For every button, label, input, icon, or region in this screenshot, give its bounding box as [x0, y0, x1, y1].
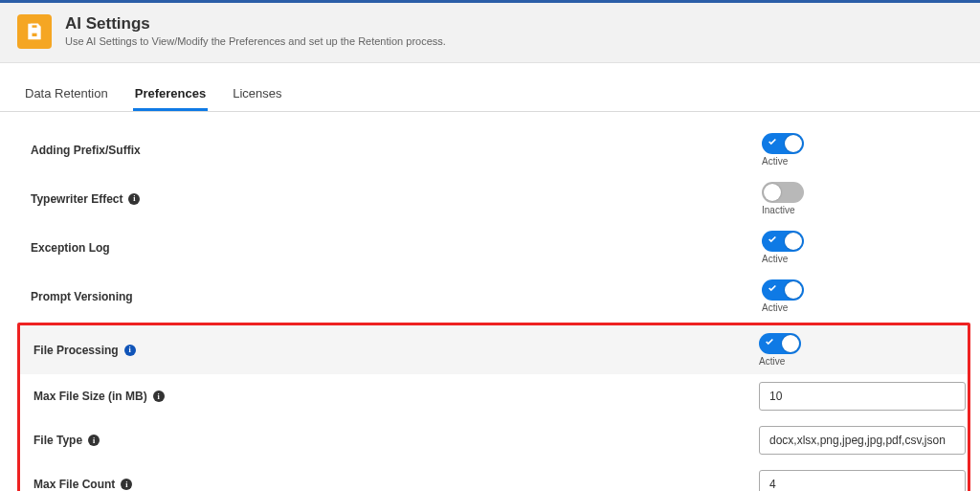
pref-label: Typewriter Effect	[31, 192, 122, 206]
pref-label: Max File Count	[33, 478, 115, 491]
toggle-state: Inactive	[762, 205, 794, 215]
file-processing-highlight: File Processing i Active Max File Size (…	[17, 323, 970, 491]
pref-label: Max File Size (in MB)	[33, 390, 147, 403]
toggle-state: Active	[762, 156, 788, 167]
page-title: AI Settings	[65, 14, 446, 33]
pref-label: Exception Log	[31, 241, 110, 255]
toggle-file-processing[interactable]	[759, 333, 801, 354]
toggle-versioning[interactable]	[762, 279, 804, 301]
pref-prefix-suffix: Adding Prefix/Suffix Active	[0, 125, 980, 174]
pref-label: Prompt Versioning	[31, 290, 133, 303]
pref-file-processing: File Processing i Active	[20, 325, 968, 374]
pref-file-type: File Type i	[20, 418, 968, 462]
toggle-state: Active	[762, 302, 788, 313]
info-icon[interactable]: i	[124, 345, 136, 356]
tab-licenses[interactable]: Licenses	[231, 77, 283, 111]
pref-label: File Processing	[33, 344, 119, 357]
info-icon[interactable]: i	[153, 391, 165, 402]
input-file-type[interactable]	[759, 426, 966, 455]
toggle-state: Active	[759, 356, 785, 367]
pref-label: Adding Prefix/Suffix	[31, 144, 141, 157]
toggle-prefix-suffix[interactable]	[762, 133, 804, 154]
info-icon[interactable]: i	[88, 435, 100, 446]
pref-max-file-count: Max File Count i	[20, 462, 968, 491]
tab-preferences[interactable]: Preferences	[133, 77, 208, 111]
tab-data-retention[interactable]: Data Retention	[23, 77, 110, 111]
info-icon[interactable]: i	[128, 193, 140, 205]
tab-bar: Data Retention Preferences Licenses	[0, 77, 980, 112]
toggle-state: Active	[762, 254, 788, 264]
pref-max-file-size: Max File Size (in MB) i	[20, 374, 968, 418]
svg-rect-1	[32, 33, 38, 37]
input-max-file-size[interactable]	[759, 382, 966, 411]
page-header: AI Settings Use AI Settings to View/Modi…	[0, 3, 980, 63]
pref-exception-log: Exception Log Active	[0, 223, 980, 272]
settings-save-icon	[17, 14, 52, 49]
toggle-exception-log[interactable]	[762, 231, 804, 252]
info-icon[interactable]: i	[121, 479, 132, 490]
pref-typewriter: Typewriter Effect i Inactive	[0, 174, 980, 223]
svg-rect-0	[32, 25, 38, 29]
pref-label: File Type	[33, 434, 82, 447]
input-max-file-count[interactable]	[759, 470, 966, 491]
preferences-panel: Adding Prefix/Suffix Active Typewriter E…	[0, 112, 980, 491]
toggle-typewriter[interactable]	[762, 182, 804, 203]
pref-versioning: Prompt Versioning Active	[0, 272, 980, 321]
page-subtitle: Use AI Settings to View/Modify the Prefe…	[65, 35, 446, 47]
